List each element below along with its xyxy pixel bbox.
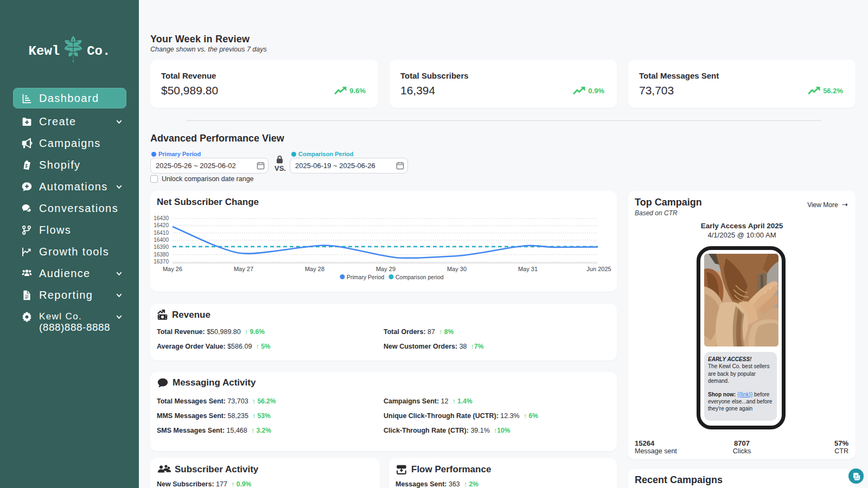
svg-text:16380: 16380 <box>154 252 169 258</box>
svg-text:Primary Period: Primary Period <box>347 274 385 280</box>
svg-text:May 27: May 27 <box>234 266 253 272</box>
svg-text:Comparison period: Comparison period <box>395 274 444 280</box>
svg-text:16410: 16410 <box>154 230 169 236</box>
svg-text:May 31: May 31 <box>518 266 538 272</box>
svg-text:16370: 16370 <box>154 259 169 265</box>
svg-text:16400: 16400 <box>154 237 169 243</box>
svg-text:?: ? <box>854 473 857 478</box>
svg-text:May 28: May 28 <box>305 266 324 272</box>
svg-text:16390: 16390 <box>154 244 169 250</box>
svg-text:16420: 16420 <box>154 222 169 228</box>
svg-text:16430: 16430 <box>154 215 169 221</box>
svg-text:May 26: May 26 <box>163 266 182 272</box>
svg-text:May 29: May 29 <box>376 266 395 272</box>
svg-text:May 30: May 30 <box>447 266 467 272</box>
svg-text:Jun 2025: Jun 2025 <box>586 266 611 272</box>
